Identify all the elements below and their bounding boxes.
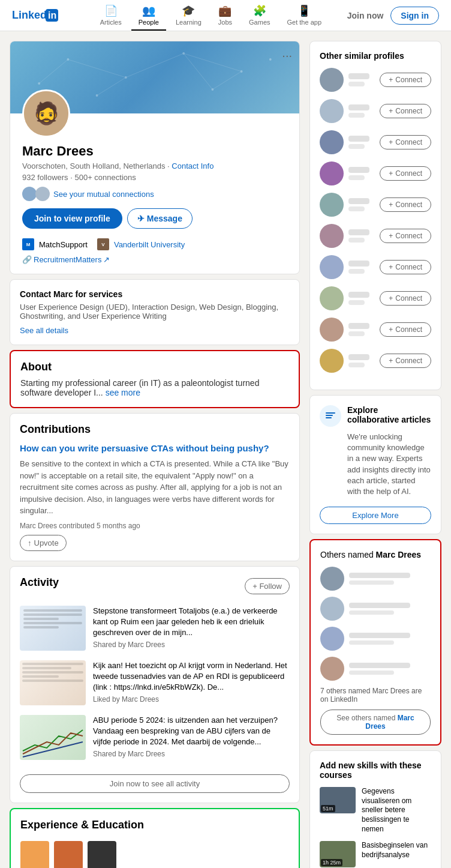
sim-avatar-9 (320, 318, 344, 342)
join-now-button[interactable]: Join now (347, 11, 384, 20)
sim-info-6 (348, 229, 375, 243)
sim-avatar-5 (320, 193, 344, 217)
connect-button-3[interactable]: + Connect (380, 135, 431, 149)
upvote-button[interactable]: ↑ Upvote (20, 535, 67, 551)
nav-people[interactable]: 👥 People (131, 1, 166, 31)
others-named-title: Others named Marc Drees (320, 550, 431, 559)
sim-title-7 (348, 269, 365, 274)
join-to-view-profile-button[interactable]: Join to view profile (22, 208, 122, 229)
similar-profile-8: + Connect (320, 286, 431, 310)
nav-articles[interactable]: 📄 Articles (93, 1, 129, 31)
connect-button-4[interactable]: + Connect (380, 166, 431, 181)
about-title: About (20, 361, 289, 373)
left-column: 🧔 ··· Marc Drees Voorschoten, South Holl… (10, 41, 300, 868)
connect-button-6[interactable]: + Connect (380, 229, 431, 243)
connect-button-9[interactable]: + Connect (380, 322, 431, 337)
other-person-3 (320, 627, 431, 651)
other-name-3 (349, 633, 410, 638)
other-name-2 (349, 603, 410, 608)
thumb-line (23, 626, 59, 628)
app-icon: 📱 (297, 4, 311, 17)
mutual-connections: See your mutual connections (22, 187, 287, 201)
contributions-title: Contributions (20, 423, 290, 436)
sim-name-1 (348, 73, 369, 79)
other-avatar-3 (320, 627, 344, 651)
company-matchsupport: M MatchSupport (22, 238, 88, 250)
similar-profile-10: + Connect (320, 349, 431, 373)
activity-thumb-1 (20, 606, 86, 651)
link-icon: 🔗 (22, 255, 32, 264)
course-title-2[interactable]: Basisbeginselen van bedrijfsanalyse (362, 841, 431, 867)
sign-in-button[interactable]: Sign in (390, 7, 439, 25)
connect-icon-5: + (389, 200, 393, 209)
see-all-details-link[interactable]: See all details (20, 326, 68, 335)
connect-button-1[interactable]: + Connect (380, 73, 431, 87)
follow-button[interactable]: + Follow (245, 578, 290, 594)
profile-name: Marc Drees (22, 143, 287, 159)
activity-content-2: Kijk aan! Het toezicht op AI krijgt vorm… (93, 660, 290, 705)
join-activity-button[interactable]: Join now to see all activity (20, 774, 290, 793)
main-container: 🧔 ··· Marc Drees Voorschoten, South Holl… (0, 31, 451, 868)
connect-button-5[interactable]: + Connect (380, 197, 431, 212)
connect-button-10[interactable]: + Connect (380, 354, 431, 368)
connect-button-7[interactable]: + Connect (380, 260, 431, 274)
connect-button-2[interactable]: + Connect (380, 104, 431, 118)
contribution-text: Be sensitive to the context in which a C… (20, 458, 290, 517)
activity-title-1[interactable]: Stepstone transformeert Totaljobs (e.a.)… (93, 606, 290, 639)
activity-title: Activity (20, 576, 59, 589)
nav-games[interactable]: 🧩 Games (242, 1, 277, 31)
contribution-question[interactable]: How can you write persuasive CTAs withou… (20, 443, 290, 453)
header-actions: Join now Sign in (347, 7, 439, 25)
explore-more-button[interactable]: Explore More (320, 507, 431, 524)
profile-followers: 932 followers · 500+ connections (22, 173, 287, 182)
mutual-text[interactable]: See your mutual connections (53, 190, 154, 199)
logo[interactable]: Linked in (12, 9, 62, 22)
course-title-1[interactable]: Gegevens visualiseren om sneller betere … (362, 787, 431, 834)
connect-button-8[interactable]: + Connect (380, 291, 431, 306)
connect-icon-6: + (389, 232, 393, 240)
similar-profiles-card: Other similar profiles + Connect (309, 41, 441, 390)
activity-item-1: Stepstone transformeert Totaljobs (e.a.)… (20, 606, 290, 651)
sim-name-3 (348, 136, 369, 142)
sim-name-2 (348, 104, 369, 110)
activity-shared-1: Shared by Marc Drees (93, 640, 290, 649)
matchsupport-logo: M (22, 238, 34, 250)
connect-icon-1: + (389, 76, 393, 84)
connect-icon-10: + (389, 357, 393, 365)
activity-thumb-3 (20, 715, 86, 760)
sim-avatar-1 (320, 68, 344, 92)
course-duration-2: 1h 25m (321, 859, 342, 866)
contact-info-link[interactable]: Contact Info (172, 161, 214, 170)
course-item-1: 51m Gegevens visualiseren om sneller bet… (320, 787, 431, 834)
activity-card: Activity + Follow Stepstone transformeer… (10, 566, 300, 803)
see-others-label: See others named Marc Drees (336, 714, 414, 731)
connect-icon-4: + (389, 169, 393, 178)
sim-avatar-8 (320, 286, 344, 310)
external-link-icon: ↗ (103, 255, 110, 264)
other-sub-3 (349, 640, 394, 645)
other-name-4 (349, 663, 410, 668)
sim-name-10 (348, 354, 369, 360)
connect-icon-3: + (389, 138, 393, 146)
courses-title: Add new skills with these courses (320, 761, 431, 780)
message-button[interactable]: ✈ Message (127, 208, 193, 229)
see-others-button[interactable]: See others named Marc Drees (320, 710, 431, 735)
profile-card: 🧔 ··· Marc Drees Voorschoten, South Holl… (10, 41, 300, 274)
contributions-card: Contributions How can you write persuasi… (10, 413, 300, 561)
upvote-icon: ↑ (28, 538, 32, 547)
activity-title-2[interactable]: Kijk aan! Het toezicht op AI krijgt vorm… (93, 660, 290, 693)
svg-line-13 (184, 53, 241, 71)
about-see-more-link[interactable]: see more (106, 388, 140, 397)
sim-name-6 (348, 229, 369, 235)
nav-learning[interactable]: 🎓 Learning (169, 1, 209, 31)
similar-profile-1: + Connect (320, 68, 431, 92)
company-name-vanderbilt[interactable]: Vanderbilt University (114, 240, 185, 249)
services-text: User Experience Design (UED), Interactio… (20, 303, 290, 321)
courses-card: Add new skills with these courses 51m Ge… (309, 750, 441, 868)
nav-jobs[interactable]: 💼 Jobs (211, 1, 239, 31)
learning-icon: 🎓 (182, 4, 195, 17)
profile-more-button[interactable]: ··· (282, 49, 292, 62)
nav-get-app[interactable]: 📱 Get the app (280, 1, 329, 31)
activity-title-3[interactable]: ABU periode 5 2024: is uitzenden aan het… (93, 715, 290, 748)
recruitment-link[interactable]: 🔗 RecruitmentMatters ↗ (22, 255, 287, 264)
